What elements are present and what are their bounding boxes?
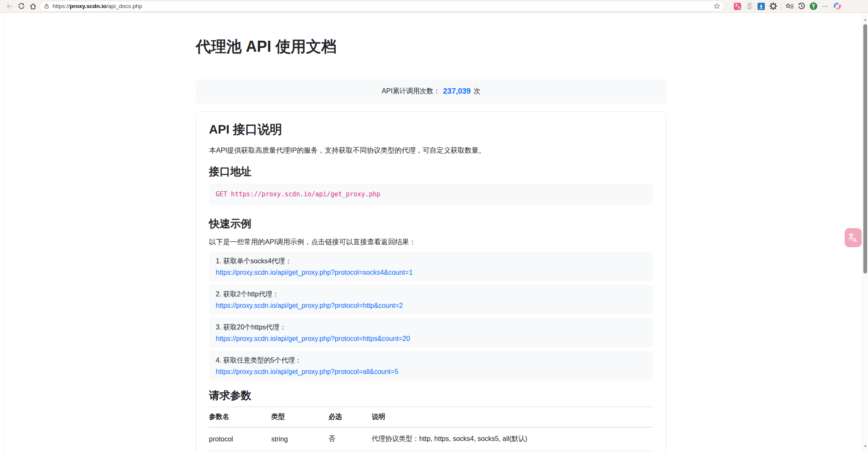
translate-extension-icon: 文 A [734, 3, 741, 10]
refresh-icon [18, 3, 25, 10]
table-cell-required: 否 [328, 427, 372, 451]
page-title: 代理池 API 使用文档 [196, 36, 666, 57]
history-button[interactable] [796, 1, 807, 12]
table-row: protocol string 否 代理协议类型：http, https, so… [209, 427, 653, 451]
example-label: 4. 获取任意类型的5个代理： [216, 356, 646, 365]
examples-intro-text: 以下是一些常用的API调用示例，点击链接可以直接查看返回结果： [209, 237, 653, 247]
page-content: 代理池 API 使用文档 API累计调用次数：237,039次 API 接口说明… [196, 36, 666, 452]
translate-fab-icon: 文 A [848, 232, 859, 243]
api-call-count: 237,039 [443, 87, 470, 96]
example-label: 2. 获取2个http代理： [216, 290, 646, 299]
download-extension-icon [757, 3, 765, 10]
table-cell-description: 代理协议类型：http, https, socks4, socks5, all(… [372, 427, 653, 451]
params-header-row: 参数名 类型 必选 说明 [209, 407, 653, 427]
scrollbar-up-arrow[interactable]: ▲ [862, 18, 868, 22]
back-arrow-icon [6, 3, 13, 10]
content-card: API 接口说明 本API提供获取高质量代理IP的服务，支持获取不同协议类型的代… [196, 112, 666, 452]
params-table: 参数名 类型 必选 说明 protocol string 否 代理协议类型：ht… [209, 407, 653, 452]
section-heading-api: API 接口说明 [209, 121, 653, 138]
api-call-counter: API累计调用次数：237,039次 [196, 79, 666, 103]
download-extension-button[interactable] [755, 1, 767, 12]
section-heading-params: 请求参数 [209, 388, 653, 402]
example-label: 1. 获取单个socks4代理： [216, 257, 646, 265]
section-heading-examples: 快速示例 [209, 217, 653, 231]
section-heading-endpoint: 接口地址 [209, 165, 653, 179]
translate-extension-button[interactable]: 文 A [732, 1, 743, 12]
api-call-counter-suffix: 次 [473, 87, 480, 96]
gear-extension-button[interactable] [767, 1, 779, 12]
url-text[interactable]: https://proxy.scdn.io/api_docs.php [53, 3, 713, 9]
example-item: 2. 获取2个http代理： https://proxy.scdn.io/api… [209, 285, 653, 315]
lock-icon[interactable] [44, 3, 50, 9]
scrollbar-thumb[interactable] [863, 24, 867, 273]
table-cell-param: protocol [209, 427, 271, 451]
plant-extension-icon [810, 2, 818, 10]
extensions-area: 文 A [732, 1, 843, 12]
more-options-icon: ⋯ [822, 4, 829, 8]
table-cell-type: string [271, 427, 328, 451]
example-item: 3. 获取20个https代理： https://proxy.scdn.io/a… [209, 318, 653, 348]
swirl-extension-button[interactable] [743, 1, 755, 12]
example-label: 3. 获取20个https代理： [216, 323, 646, 332]
scrollbar[interactable]: ▲ ▼ [862, 13, 868, 452]
swirl-extension-icon [746, 2, 754, 10]
svg-text:A: A [853, 237, 857, 243]
page-left-edge [4, 13, 4, 452]
table-header-cell: 参数名 [209, 407, 271, 427]
table-header-cell: 说明 [372, 407, 653, 427]
home-icon [29, 3, 37, 10]
scrollbar-down-arrow[interactable]: ▼ [862, 444, 868, 449]
page-viewport: 代理池 API 使用文档 API累计调用次数：237,039次 API 接口说明… [0, 13, 862, 452]
table-header-cell: 必选 [328, 407, 372, 427]
example-link[interactable]: https://proxy.scdn.io/api/get_proxy.php?… [216, 302, 403, 309]
bookmark-star-icon[interactable] [713, 3, 721, 10]
more-options-button[interactable]: ⋯ [819, 1, 831, 12]
svg-text:A: A [738, 5, 740, 9]
copilot-icon [833, 2, 841, 10]
plant-extension-button[interactable] [807, 1, 819, 12]
copilot-button[interactable] [831, 1, 843, 12]
home-button[interactable] [27, 1, 39, 12]
params-table-body: protocol string 否 代理协议类型：http, https, so… [209, 427, 653, 452]
favorites-star-list-icon [785, 3, 794, 10]
history-clock-icon [798, 2, 806, 10]
api-call-counter-label: API累计调用次数： [382, 87, 440, 96]
toolbar-divider [781, 3, 782, 10]
translate-fab-button[interactable]: 文 A [845, 228, 862, 247]
example-link[interactable]: https://proxy.scdn.io/api/get_proxy.php?… [216, 335, 410, 342]
table-header-cell: 类型 [271, 407, 328, 427]
examples-list: 1. 获取单个socks4代理： https://proxy.scdn.io/a… [209, 252, 653, 381]
refresh-button[interactable] [15, 1, 27, 12]
url-bar[interactable]: https://proxy.scdn.io/api_docs.php [40, 1, 724, 11]
example-item: 1. 获取单个socks4代理： https://proxy.scdn.io/a… [209, 252, 653, 282]
favorites-bar-button[interactable] [784, 1, 796, 12]
example-link[interactable]: https://proxy.scdn.io/api/get_proxy.php?… [216, 269, 413, 276]
browser-toolbar: https://proxy.scdn.io/api_docs.php 文 A [0, 0, 868, 13]
example-item: 4. 获取任意类型的5个代理： https://proxy.scdn.io/ap… [209, 351, 653, 381]
example-link[interactable]: https://proxy.scdn.io/api/get_proxy.php?… [216, 368, 398, 375]
endpoint-code-block: GET https://proxy.scdn.io/api/get_proxy.… [209, 184, 653, 205]
back-button[interactable] [3, 1, 15, 12]
api-intro-text: 本API提供获取高质量代理IP的服务，支持获取不同协议类型的代理，可自定义获取数… [209, 146, 653, 155]
gear-extension-icon [769, 2, 777, 10]
